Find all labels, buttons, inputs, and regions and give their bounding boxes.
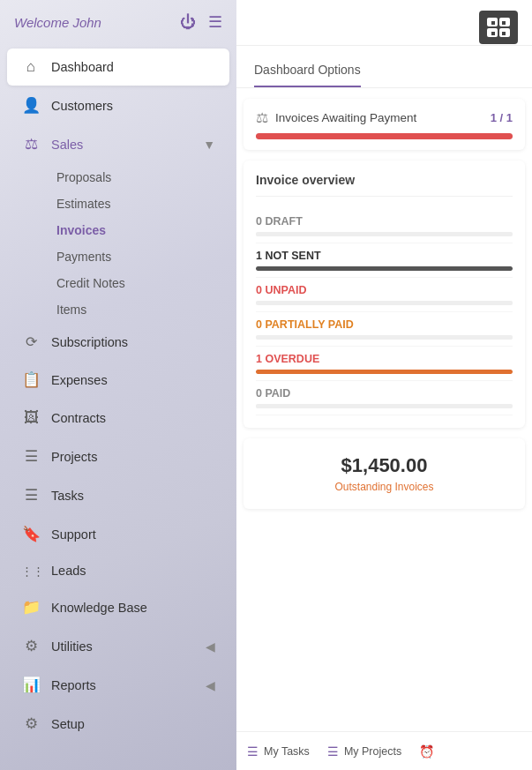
stat-label-not-sent: 1 NOT SENT: [256, 250, 513, 262]
sidebar-item-expenses[interactable]: 📋 Expenses: [7, 361, 229, 399]
home-icon: ⌂: [21, 58, 41, 76]
utilities-icon: ⚙: [21, 637, 41, 655]
submenu-item-estimates[interactable]: Estimates: [49, 191, 229, 217]
widget-title-row: ⚖ Invoices Awaiting Payment: [256, 109, 416, 126]
invoice-overview-card: Invoice overview 0 DRAFT 1 NOT SENT: [244, 161, 525, 428]
bottom-bar-timer[interactable]: ⏰: [419, 744, 434, 759]
menu-icon[interactable]: ☰: [208, 12, 222, 32]
tasks-icon: ☰: [21, 486, 41, 505]
reports-icon: 📊: [21, 676, 41, 694]
stat-row-paid: 0 PAID: [256, 381, 513, 415]
sales-submenu: Proposals Estimates Invoices Payments Cr…: [7, 164, 229, 323]
sidebar-item-tasks[interactable]: ☰ Tasks: [7, 476, 229, 514]
my-tasks-label: My Tasks: [264, 745, 310, 758]
sidebar-item-projects[interactable]: ☰ Projects: [7, 437, 229, 475]
stat-label-partially-paid: 0 PARTIALLY PAID: [256, 318, 513, 331]
sidebar-header: Welcome John ⏻ ☰: [0, 0, 236, 44]
stat-row-draft: 0 DRAFT: [256, 209, 513, 243]
sidebar-item-knowledge-base[interactable]: 📁 Knowledge Base: [7, 588, 229, 626]
setup-icon: ⚙: [21, 714, 41, 733]
outstanding-invoices-card: $1,450.00 Outstanding Invoices: [244, 438, 525, 509]
sales-icon: ⚖: [21, 135, 41, 153]
stat-bar-draft: [256, 232, 513, 236]
outstanding-label: Outstanding Invoices: [256, 481, 513, 493]
stat-bar-not-sent: [256, 266, 513, 271]
svg-rect-4: [491, 21, 495, 25]
welcome-text: Welcome John: [14, 15, 101, 30]
main-body: ⚖ Invoices Awaiting Payment 1 / 1 Invoic…: [236, 88, 532, 731]
balance-scale-icon: ⚖: [256, 109, 268, 126]
stat-bar-fill-not-sent: [256, 266, 513, 271]
sidebar-item-dashboard[interactable]: ⌂ Dashboard: [7, 49, 229, 86]
main-header: Dashboard Options: [236, 46, 532, 88]
invoice-overview-title: Invoice overview: [256, 173, 513, 197]
my-projects-label: My Projects: [344, 745, 401, 758]
sidebar-item-sales[interactable]: ⚖ Sales ▼: [7, 125, 229, 163]
support-icon: 🔖: [21, 525, 41, 543]
bottom-bar: ☰ My Tasks ☰ My Projects ⏰: [236, 731, 532, 770]
widget-invoices-progress: [256, 133, 513, 139]
sidebar-item-customers[interactable]: 👤 Customers: [7, 86, 229, 124]
progress-fill-red: [256, 133, 513, 139]
svg-rect-6: [491, 32, 495, 35]
submenu-item-proposals[interactable]: Proposals: [49, 164, 229, 191]
tab-dashboard-options[interactable]: Dashboard Options: [254, 63, 361, 87]
bottom-bar-my-tasks[interactable]: ☰ My Tasks: [247, 744, 310, 759]
tasks-list-icon: ☰: [247, 744, 259, 759]
stat-row-partially-paid: 0 PARTIALLY PAID: [256, 312, 513, 347]
submenu-item-credit-notes[interactable]: Credit Notes: [49, 270, 229, 296]
chevron-left-icon: ◀: [206, 639, 215, 654]
stat-label-overdue: 1 OVERDUE: [256, 353, 513, 365]
stat-row-overdue: 1 OVERDUE: [256, 347, 513, 381]
knowledge-base-icon: 📁: [21, 598, 41, 617]
projects-icon: ☰: [21, 447, 41, 466]
submenu-item-invoices[interactable]: Invoices: [49, 217, 229, 243]
main-content: Dashboard Options ⚖ Invoices Awaiting Pa…: [236, 0, 532, 770]
svg-rect-5: [502, 21, 506, 25]
power-icon[interactable]: ⏻: [180, 13, 196, 32]
widget-invoices-title: Invoices Awaiting Payment: [275, 111, 416, 124]
stat-bar-fill-overdue: [256, 370, 513, 374]
chevron-left-icon-reports: ◀: [206, 678, 215, 692]
sidebar: Welcome John ⏻ ☰ ⌂ Dashboard 👤 Customers…: [0, 0, 236, 770]
chevron-down-icon: ▼: [203, 138, 215, 152]
stat-row-unpaid: 0 UNPAID: [256, 278, 513, 312]
stat-bar-partially-paid: [256, 335, 513, 340]
leads-icon: ⋮⋮: [21, 564, 41, 578]
svg-rect-7: [502, 32, 506, 35]
sidebar-nav: ⌂ Dashboard 👤 Customers ⚖ Sales ▼ Propos…: [0, 44, 236, 770]
bottom-bar-my-projects[interactable]: ☰ My Projects: [327, 744, 401, 759]
subscriptions-icon: ⟳: [21, 333, 41, 350]
sidebar-item-leads[interactable]: ⋮⋮ Leads: [7, 554, 229, 587]
outstanding-amount: $1,450.00: [256, 454, 513, 477]
app-logo: [479, 11, 518, 44]
stat-bar-overdue: [256, 370, 513, 374]
widget-invoices-awaiting: ⚖ Invoices Awaiting Payment 1 / 1: [244, 99, 525, 150]
header-icons: ⏻ ☰: [180, 12, 222, 32]
sidebar-item-subscriptions[interactable]: ⟳ Subscriptions: [7, 324, 229, 360]
widget-invoices-header: ⚖ Invoices Awaiting Payment 1 / 1: [244, 99, 525, 133]
stat-label-unpaid: 0 UNPAID: [256, 284, 513, 296]
stat-bar-unpaid: [256, 301, 513, 305]
sidebar-item-utilities[interactable]: ⚙ Utilities ◀: [7, 627, 229, 665]
sidebar-item-support[interactable]: 🔖 Support: [7, 515, 229, 553]
stat-bar-paid: [256, 404, 513, 408]
sidebar-item-contracts[interactable]: 🖼 Contracts: [7, 400, 229, 437]
expenses-icon: 📋: [21, 370, 41, 389]
submenu-item-payments[interactable]: Payments: [49, 243, 229, 270]
stat-label-paid: 0 PAID: [256, 387, 513, 400]
contracts-icon: 🖼: [21, 409, 41, 427]
projects-list-icon: ☰: [327, 744, 339, 759]
stat-row-not-sent: 1 NOT SENT: [256, 243, 513, 278]
sidebar-item-setup[interactable]: ⚙ Setup: [7, 705, 229, 743]
submenu-item-items[interactable]: Items: [49, 296, 229, 323]
stat-label-draft: 0 DRAFT: [256, 215, 513, 228]
widget-invoices-count: 1 / 1: [491, 111, 513, 124]
sidebar-item-reports[interactable]: 📊 Reports ◀: [7, 666, 229, 704]
timer-icon: ⏰: [419, 744, 434, 759]
person-icon: 👤: [21, 96, 41, 115]
